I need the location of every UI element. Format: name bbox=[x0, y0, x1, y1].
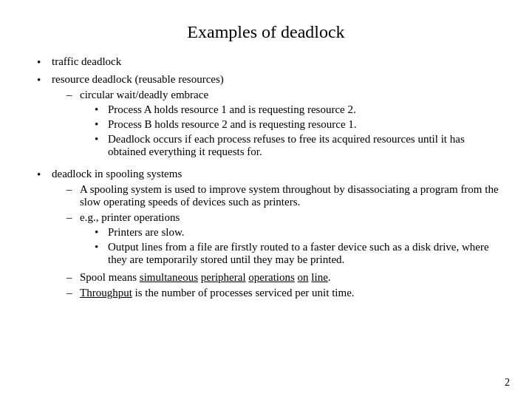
dash-item-1: – circular wait/deadly embrace • Process… bbox=[66, 89, 502, 160]
dot-list-1: • Process A holds resource 1 and is requ… bbox=[95, 103, 502, 158]
content-area: • traffic deadlock • resource deadlock (… bbox=[30, 55, 502, 302]
dot-item-1: • Process A holds resource 1 and is requ… bbox=[95, 103, 502, 116]
dash-text-4: Spool means simultaneous peripheral oper… bbox=[80, 271, 502, 284]
bullet-1: • traffic deadlock bbox=[37, 55, 502, 69]
dot-text-4: Printers are slow. bbox=[108, 226, 502, 239]
dot-list-2: • Printers are slow. • Output lines from… bbox=[95, 226, 502, 266]
bullet-symbol-3: • bbox=[37, 168, 52, 181]
dash-symbol-4: – bbox=[66, 271, 80, 284]
dot-symbol-1: • bbox=[95, 103, 108, 116]
dash-symbol-5: – bbox=[66, 287, 80, 299]
bullet-text-1: traffic deadlock bbox=[52, 55, 502, 68]
dash-symbol-2: – bbox=[66, 183, 80, 196]
dash-item-4: – Spool means simultaneous peripheral op… bbox=[66, 271, 502, 284]
bullet-2: • resource deadlock (reusable resources)… bbox=[37, 73, 502, 163]
dash-item-5: – Throughput is the number of processes … bbox=[66, 287, 502, 299]
dash-symbol-3: – bbox=[66, 211, 80, 224]
page-number: 2 bbox=[505, 377, 510, 389]
bullet-3: • deadlock in spooling systems – A spool… bbox=[37, 168, 502, 302]
dash-text-3: e.g., printer operations • Printers are … bbox=[80, 211, 502, 268]
bullet-symbol-1: • bbox=[37, 56, 52, 69]
slide: Examples of deadlock • traffic deadlock … bbox=[0, 0, 532, 399]
bullet-text-3: deadlock in spooling systems – A spoolin… bbox=[52, 168, 502, 302]
dot-text-3: Deadlock occurs if each process refuses … bbox=[108, 133, 502, 158]
dot-text-1: Process A holds resource 1 and is reques… bbox=[108, 103, 502, 116]
dot-item-2: • Process B holds resource 2 and is requ… bbox=[95, 118, 502, 131]
dot-item-4: • Printers are slow. bbox=[95, 226, 502, 239]
dot-text-5: Output lines from a file are firstly rou… bbox=[108, 241, 502, 266]
dot-symbol-2: • bbox=[95, 118, 108, 131]
dash-symbol-1: – bbox=[66, 89, 80, 101]
dot-symbol-5: • bbox=[95, 241, 108, 253]
dot-item-5: • Output lines from a file are firstly r… bbox=[95, 241, 502, 266]
slide-title: Examples of deadlock bbox=[30, 22, 502, 42]
dash-item-3: – e.g., printer operations • Printers ar… bbox=[66, 211, 502, 268]
dot-symbol-4: • bbox=[95, 226, 108, 239]
dash-text-5: Throughput is the number of processes se… bbox=[80, 287, 502, 299]
sub-list-2: – circular wait/deadly embrace • Process… bbox=[66, 89, 502, 160]
dot-text-2: Process B holds resource 2 and is reques… bbox=[108, 118, 502, 131]
bullet-text-2: resource deadlock (reusable resources) –… bbox=[52, 73, 502, 163]
dash-item-2: – A spooling system is used to improve s… bbox=[66, 183, 502, 208]
dot-item-3: • Deadlock occurs if each process refuse… bbox=[95, 133, 502, 158]
bullet-symbol-2: • bbox=[37, 74, 52, 86]
dash-text-1: circular wait/deadly embrace • Process A… bbox=[80, 89, 502, 160]
dot-symbol-3: • bbox=[95, 133, 108, 146]
sub-list-3: – A spooling system is used to improve s… bbox=[66, 183, 502, 299]
dash-text-2: A spooling system is used to improve sys… bbox=[80, 183, 502, 208]
